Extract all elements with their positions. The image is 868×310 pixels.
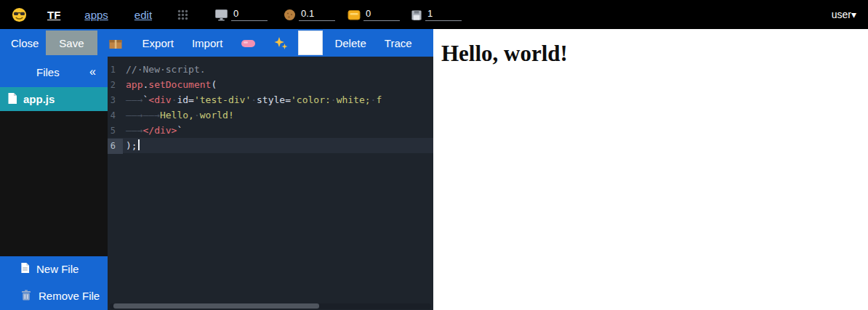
trash-icon [20, 289, 32, 303]
token-icon [347, 9, 361, 21]
file-name: app.js [23, 93, 55, 105]
package-button[interactable] [108, 37, 123, 49]
user-menu[interactable]: user▾ [832, 9, 856, 20]
code-text: ); [126, 140, 140, 151]
line-number: 6 [108, 139, 123, 154]
line-number: 2 [108, 78, 123, 93]
new-file-icon [20, 262, 30, 276]
code-text: ——→`<div·id='test-div'·style='color:·whi… [126, 94, 382, 105]
files-title: Files [36, 66, 60, 78]
cookie-icon [284, 9, 296, 21]
code-line[interactable]: 3——→`<div·id='test-div'·style='color:·wh… [108, 92, 433, 107]
sparkles-icon [274, 36, 288, 50]
code-text: ——→——→Hello,·world! [126, 110, 234, 121]
save-button[interactable]: Save [46, 30, 97, 55]
remove-file-button[interactable]: Remove File [0, 282, 108, 310]
horizontal-scrollbar[interactable] [110, 303, 431, 309]
blank-button[interactable] [298, 30, 323, 55]
delete-button[interactable]: Delete [334, 37, 366, 49]
editor-toolbar: Close Save Export Import Delete Trace [0, 29, 433, 57]
code-line[interactable]: 1//·New·script. [108, 62, 433, 77]
preview-pane: Hello, world! [433, 29, 868, 310]
collapse-sidebar-button[interactable]: « [89, 65, 96, 78]
export-button[interactable]: Export [142, 37, 174, 49]
stat-monitor: 0 [214, 9, 268, 21]
new-file-label: New File [36, 263, 79, 275]
code-editor[interactable]: 1//·New·script.2app.setDocument(3——→`<di… [108, 57, 433, 310]
line-number: 1 [108, 62, 123, 78]
sidebar-empty-area [0, 111, 108, 256]
scrollbar-thumb[interactable] [113, 303, 319, 309]
text-cursor [138, 139, 140, 150]
stat-floppy: 1 [411, 9, 462, 21]
edit-link[interactable]: edit [134, 9, 152, 21]
stat-token: 0 [347, 9, 400, 21]
close-button[interactable]: Close [11, 37, 39, 49]
soap-button[interactable] [241, 37, 256, 49]
code-line[interactable]: 5——→</div>` [108, 123, 433, 138]
remove-file-label: Remove File [39, 290, 100, 302]
apps-link[interactable]: apps [84, 9, 108, 21]
stat-value-field[interactable]: 0 [363, 9, 400, 21]
line-number: 3 [108, 93, 123, 108]
topbar: TF apps edit 0 [0, 0, 868, 29]
code-text: //·New·script. [126, 64, 206, 75]
stat-value-field[interactable]: 1 [425, 9, 462, 21]
floppy-icon [411, 9, 422, 21]
new-file-button[interactable]: New File [0, 256, 108, 282]
code-line[interactable]: 2app.setDocument( [108, 77, 433, 92]
stat-value-field[interactable]: 0.1 [299, 9, 335, 21]
smiley-sunglasses-icon[interactable] [12, 7, 27, 23]
files-header: Files « [0, 57, 108, 87]
import-button[interactable]: Import [192, 37, 223, 49]
preview-heading: Hello, world! [441, 41, 868, 67]
code-area: 1//·New·script.2app.setDocument(3——→`<di… [108, 62, 433, 153]
line-number: 4 [108, 108, 123, 123]
code-text: ——→</div>` [126, 125, 182, 136]
sparkles-button[interactable] [274, 36, 288, 50]
trace-button[interactable]: Trace [385, 37, 412, 49]
line-number: 5 [108, 123, 123, 139]
file-sidebar: Files « app.js New File [0, 57, 108, 310]
code-text: app.setDocument( [126, 79, 217, 90]
stat-value-field[interactable]: 0 [231, 9, 268, 21]
file-item-appjs[interactable]: app.js [0, 87, 108, 111]
code-line[interactable]: 4——→——→Hello,·world! [108, 107, 433, 123]
file-icon [7, 92, 17, 107]
brand-link[interactable]: TF [47, 9, 60, 21]
stat-cookie: 0.1 [284, 9, 335, 21]
package-icon [108, 37, 123, 49]
soap-icon [241, 37, 256, 49]
monitor-icon [214, 9, 228, 21]
code-line[interactable]: 6); [108, 138, 433, 153]
dots-grid-icon[interactable] [177, 9, 189, 21]
